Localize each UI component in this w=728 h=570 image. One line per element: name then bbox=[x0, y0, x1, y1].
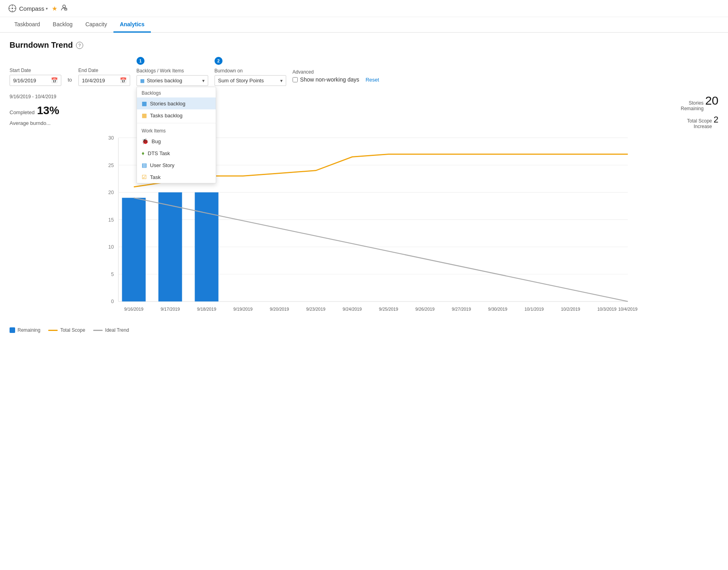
help-icon[interactable]: ? bbox=[76, 42, 83, 49]
bar-0 bbox=[122, 198, 146, 302]
dropdown-item-dts-task[interactable]: ♦ DTS Task bbox=[137, 147, 216, 159]
svg-text:9/25/2019: 9/25/2019 bbox=[379, 307, 398, 311]
burndown-dropdown-btn[interactable]: Sum of Story Points ▾ bbox=[215, 75, 286, 86]
backlogs-section-label: Backlogs bbox=[137, 87, 216, 97]
legend-total-scope-color bbox=[48, 330, 58, 331]
legend-remaining-label: Remaining bbox=[18, 327, 40, 333]
legend-ideal-trend: Ideal Trend bbox=[93, 327, 129, 333]
legend-total-scope-label: Total Scope bbox=[60, 327, 85, 333]
page-title-row: Burndown Trend ? bbox=[10, 41, 718, 50]
burndown-group: 2 Burndown on Sum of Story Points ▾ bbox=[215, 57, 286, 86]
user-story-icon: ▤ bbox=[142, 162, 147, 168]
svg-text:9/17/2019: 9/17/2019 bbox=[161, 307, 180, 311]
end-date-input[interactable]: 10/4/2019 📅 bbox=[78, 75, 130, 86]
chart-wrapper: 0 5 10 15 20 25 30 bbox=[10, 133, 718, 324]
dropdown-item-stories-backlog[interactable]: ▦ Stories backlog bbox=[137, 97, 216, 109]
bug-icon: 🐞 bbox=[142, 138, 148, 144]
app-chevron[interactable]: ▾ bbox=[46, 6, 48, 11]
app-icon bbox=[8, 4, 17, 13]
stories-backlog-icon: ▦ bbox=[142, 100, 147, 107]
main-content: Burndown Trend ? Start Date 9/16/2019 📅 … bbox=[0, 33, 728, 341]
svg-text:9/20/2019: 9/20/2019 bbox=[270, 307, 289, 311]
svg-text:9/16/2019: 9/16/2019 bbox=[124, 307, 143, 311]
burndown-chart: 0 5 10 15 20 25 30 bbox=[10, 133, 718, 324]
svg-point-6 bbox=[63, 5, 66, 8]
dts-task-icon: ♦ bbox=[142, 150, 144, 156]
start-date-value: 9/16/2019 bbox=[13, 78, 49, 84]
show-nonworking-checkbox[interactable] bbox=[293, 77, 298, 82]
page-title: Burndown Trend bbox=[10, 41, 73, 50]
start-date-calendar-icon: 📅 bbox=[51, 77, 58, 84]
dropdown-item-tasks-backlog[interactable]: ▦ Tasks backlog bbox=[137, 109, 216, 121]
start-date-input[interactable]: 9/16/2019 📅 bbox=[10, 75, 61, 86]
user-story-label: User Story bbox=[150, 162, 174, 168]
svg-text:10/1/2019: 10/1/2019 bbox=[525, 307, 544, 311]
bar-1 bbox=[158, 193, 182, 302]
stories-remaining-block: StoriesRemaining 20 bbox=[681, 94, 718, 111]
svg-text:25: 25 bbox=[108, 163, 114, 168]
svg-text:10/4/2019: 10/4/2019 bbox=[618, 307, 637, 311]
burndown-selected-value: Sum of Story Points bbox=[218, 78, 264, 84]
top-bar: Compass ▾ ★ + bbox=[0, 0, 728, 17]
show-nonworking-group: Show non-working days bbox=[293, 76, 359, 86]
task-label: Task bbox=[150, 174, 161, 180]
show-nonworking-label[interactable]: Show non-working days bbox=[300, 76, 359, 83]
svg-point-1 bbox=[12, 8, 13, 9]
svg-text:20: 20 bbox=[108, 190, 114, 195]
end-date-group: End Date 10/4/2019 📅 bbox=[78, 68, 130, 86]
svg-text:9/27/2019: 9/27/2019 bbox=[452, 307, 471, 311]
controls-row: Start Date 9/16/2019 📅 to End Date 10/4/… bbox=[10, 57, 718, 86]
workitems-section-label: Work Items bbox=[137, 125, 216, 135]
step2-label-row: 2 bbox=[215, 57, 286, 66]
dropdown-item-task[interactable]: ☑ Task bbox=[137, 171, 216, 183]
burndown-chevron-icon: ▾ bbox=[280, 78, 283, 84]
chart-area: 9/16/2019 - 10/4/2019 Completed 13% Aver… bbox=[10, 94, 718, 333]
star-icon[interactable]: ★ bbox=[52, 5, 57, 12]
tab-backlog[interactable]: Backlog bbox=[47, 17, 79, 33]
advanced-label: Advanced bbox=[293, 69, 359, 75]
start-date-group: Start Date 9/16/2019 📅 bbox=[10, 68, 61, 86]
legend-remaining: Remaining bbox=[10, 327, 40, 333]
svg-text:5: 5 bbox=[111, 272, 114, 277]
burndown-label: Burndown on bbox=[215, 68, 286, 74]
svg-text:9/26/2019: 9/26/2019 bbox=[416, 307, 435, 311]
svg-text:0: 0 bbox=[111, 299, 114, 304]
bug-label: Bug bbox=[152, 138, 161, 144]
completed-stat: Completed 13% bbox=[10, 104, 59, 117]
person-icon: + bbox=[61, 4, 68, 13]
dts-task-label: DTS Task bbox=[148, 150, 170, 156]
svg-text:15: 15 bbox=[108, 217, 114, 223]
legend-total-scope: Total Scope bbox=[48, 327, 85, 333]
completed-label: Completed bbox=[10, 109, 35, 115]
backlogs-dropdown-btn[interactable]: ▦ Stories backlog ▾ bbox=[137, 75, 208, 86]
end-date-calendar-icon: 📅 bbox=[120, 77, 127, 84]
backlogs-selected-value: Stories backlog bbox=[147, 78, 182, 84]
dropdown-item-user-story[interactable]: ▤ User Story bbox=[137, 159, 216, 171]
svg-text:9/23/2019: 9/23/2019 bbox=[306, 307, 325, 311]
backlog-btn-icon: ▦ bbox=[140, 78, 144, 84]
chart-right-stats: StoriesRemaining 20 Total ScopeIncrease … bbox=[681, 94, 718, 129]
nav-tabs: Taskboard Backlog Capacity Analytics bbox=[0, 17, 728, 33]
step2-badge: 2 bbox=[215, 57, 222, 65]
tab-taskboard[interactable]: Taskboard bbox=[8, 17, 47, 33]
tab-analytics[interactable]: Analytics bbox=[113, 17, 151, 33]
tab-capacity[interactable]: Capacity bbox=[79, 17, 113, 33]
end-date-value: 10/4/2019 bbox=[82, 78, 117, 84]
svg-text:10: 10 bbox=[108, 244, 114, 250]
backlogs-chevron-icon: ▾ bbox=[202, 78, 205, 84]
reset-button[interactable]: Reset bbox=[365, 77, 379, 86]
total-scope-label: Total ScopeIncrease bbox=[687, 118, 712, 129]
dropdown-item-bug[interactable]: 🐞 Bug bbox=[137, 135, 216, 147]
stories-backlog-label: Stories backlog bbox=[150, 101, 185, 107]
legend-row: Remaining Total Scope Ideal Trend bbox=[10, 327, 718, 333]
svg-text:10/3/2019: 10/3/2019 bbox=[597, 307, 617, 311]
svg-text:+: + bbox=[65, 8, 66, 11]
bar-2 bbox=[195, 193, 218, 302]
avg-burndown-label: Average burndo... bbox=[10, 120, 59, 126]
completed-value: 13% bbox=[37, 104, 59, 117]
end-date-label: End Date bbox=[78, 68, 130, 73]
backlogs-dropdown-menu: Backlogs ▦ Stories backlog ▦ Tasks backl… bbox=[137, 87, 216, 183]
svg-text:9/30/2019: 9/30/2019 bbox=[488, 307, 507, 311]
step1-label-row: 1 bbox=[137, 57, 208, 66]
svg-text:9/18/2019: 9/18/2019 bbox=[197, 307, 216, 311]
